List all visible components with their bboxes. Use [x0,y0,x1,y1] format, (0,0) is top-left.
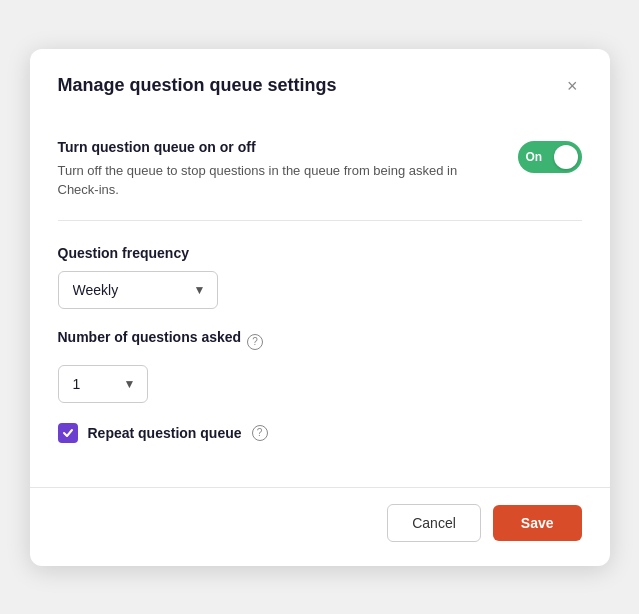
frequency-label: Question frequency [58,245,582,261]
repeat-checkbox[interactable] [58,423,78,443]
modal-body: Turn question queue on or off Turn off t… [30,119,610,487]
toggle-section: Turn question queue on or off Turn off t… [58,139,582,200]
close-button[interactable]: × [563,73,582,99]
toggle-description: Turn off the queue to stop questions in … [58,161,498,200]
frequency-select[interactable]: Weekly Daily Monthly [58,271,218,309]
frequency-select-wrapper: Weekly Daily Monthly ▼ [58,271,218,309]
questions-group: Number of questions asked ? 1 2 3 4 5 ▼ [58,329,582,403]
save-button[interactable]: Save [493,505,582,541]
repeat-help-icon[interactable]: ? [252,425,268,441]
toggle-label-group: Turn question queue on or off Turn off t… [58,139,498,200]
questions-select-wrapper: 1 2 3 4 5 ▼ [58,365,148,403]
divider-top [58,220,582,221]
cancel-button[interactable]: Cancel [387,504,481,542]
checkmark-icon [62,427,74,439]
modal-dialog: Manage question queue settings × Turn qu… [30,49,610,566]
queue-toggle[interactable]: On [518,141,582,173]
questions-label-row: Number of questions asked ? [58,329,582,355]
modal-footer: Cancel Save [30,487,610,566]
questions-label: Number of questions asked [58,329,242,345]
repeat-label: Repeat question queue [88,425,242,441]
toggle-container[interactable]: On [518,141,582,173]
repeat-section: Repeat question queue ? [58,423,582,443]
toggle-state-label: On [526,150,543,164]
toggle-track: On [518,141,582,173]
modal-title: Manage question queue settings [58,75,337,96]
frequency-group: Question frequency Weekly Daily Monthly … [58,245,582,309]
questions-help-icon[interactable]: ? [247,334,263,350]
modal-overlay: Manage question queue settings × Turn qu… [0,0,639,614]
questions-select[interactable]: 1 2 3 4 5 [58,365,148,403]
modal-header: Manage question queue settings × [30,49,610,119]
toggle-thumb [554,145,578,169]
toggle-title: Turn question queue on or off [58,139,498,155]
